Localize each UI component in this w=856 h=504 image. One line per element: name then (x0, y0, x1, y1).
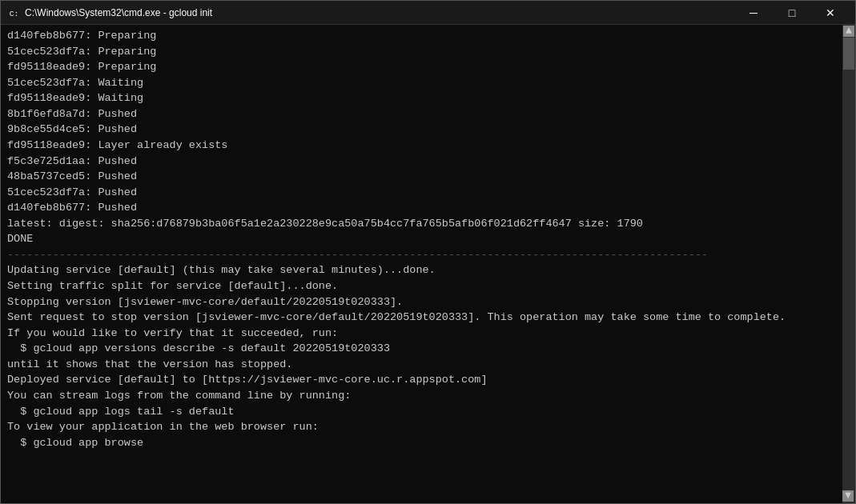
terminal-line: If you would like to verify that it succ… (7, 326, 833, 342)
terminal-line: 51cec523df7a: Waiting (7, 75, 833, 91)
terminal-line: To view your application in the web brow… (7, 419, 833, 435)
terminal-line: 48ba5737ced5: Pushed (7, 169, 833, 185)
window-title: C:\Windows\System32\cmd.exe - gcloud ini… (25, 7, 212, 18)
terminal-line: f5c3e725d1aa: Pushed (7, 154, 833, 170)
terminal-line: $ gcloud app browse (7, 435, 833, 451)
minimize-button[interactable]: ─ (735, 1, 772, 25)
scrollbar[interactable]: ▲ ▼ (842, 25, 855, 503)
terminal-line: DONE (7, 231, 833, 247)
terminal-line: latest: digest: sha256:d76879b3ba06f5a1e… (7, 216, 833, 232)
terminal-line: 9b8ce55d4ce5: Pushed (7, 122, 833, 138)
terminal-line: 51cec523df7a: Preparing (7, 44, 833, 60)
terminal-line: You can stream logs from the command lin… (7, 388, 833, 404)
scroll-up-button[interactable]: ▲ (843, 26, 854, 37)
terminal-window: C: C:\Windows\System32\cmd.exe - gcloud … (0, 0, 856, 504)
window-controls: ─ □ ✕ (735, 1, 849, 25)
terminal-line: ----------------------------------------… (7, 247, 833, 263)
terminal-content: d140feb8b677: Preparing51cec523df7a: Pre… (7, 28, 849, 450)
terminal-line: fd95118eade9: Waiting (7, 90, 833, 106)
terminal-line: d140feb8b677: Preparing (7, 28, 833, 44)
terminal-line: until it shows that the version has stop… (7, 357, 833, 373)
terminal-line: Sent request to stop version [jsviewer-m… (7, 310, 833, 326)
terminal-line: 51cec523df7a: Pushed (7, 185, 833, 201)
terminal-line: fd95118eade9: Layer already exists (7, 138, 833, 154)
terminal-line: Setting traffic split for service [defau… (7, 278, 833, 294)
title-bar: C: C:\Windows\System32\cmd.exe - gcloud … (1, 1, 855, 25)
terminal-line: 8b1f6efd8a7d: Pushed (7, 106, 833, 122)
terminal-line: $ gcloud app versions describe -s defaul… (7, 341, 833, 357)
title-bar-left: C: C:\Windows\System32\cmd.exe - gcloud … (7, 6, 212, 19)
scroll-down-button[interactable]: ▼ (842, 490, 854, 502)
cmd-icon: C: (7, 6, 20, 19)
terminal-body: d140feb8b677: Preparing51cec523df7a: Pre… (1, 25, 855, 503)
terminal-line: d140feb8b677: Pushed (7, 200, 833, 216)
scroll-track[interactable] (843, 38, 854, 70)
terminal-line: Updating service [default] (this may tak… (7, 262, 833, 278)
close-button[interactable]: ✕ (812, 1, 849, 25)
terminal-line: fd95118eade9: Preparing (7, 59, 833, 75)
svg-text:C:: C: (10, 10, 19, 18)
maximize-button[interactable]: □ (774, 1, 810, 25)
terminal-line: Deployed service [default] to [https://j… (7, 372, 833, 388)
terminal-line: $ gcloud app logs tail -s default (7, 404, 833, 420)
terminal-line: Stopping version [jsviewer-mvc-core/defa… (7, 294, 833, 310)
